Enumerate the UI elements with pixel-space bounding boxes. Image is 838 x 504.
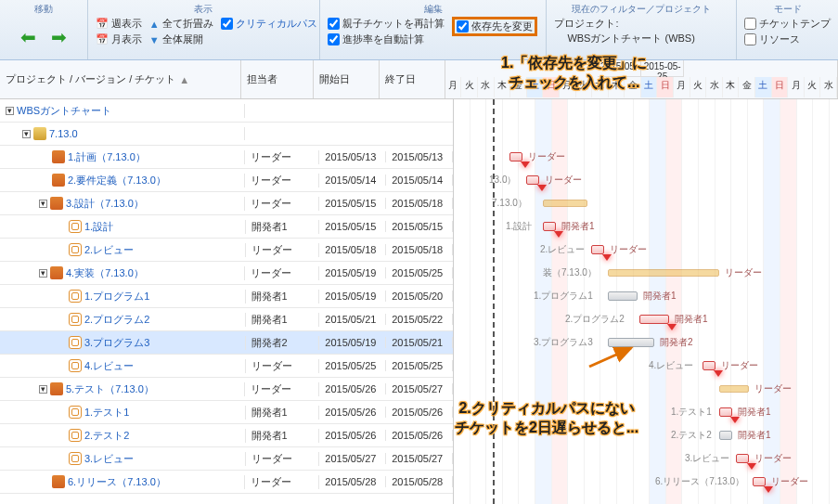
assignee-cell: 開発者1 — [246, 220, 320, 234]
day-cell: 火 — [461, 77, 478, 97]
task-link[interactable]: 1.計画（7.13.0） — [68, 150, 146, 164]
bar-label: 2.レビュー — [540, 243, 585, 256]
toggle-icon[interactable]: ▾ — [39, 269, 47, 278]
gantt-bar[interactable] — [753, 477, 766, 486]
task-link[interactable]: WBSガントチャート — [17, 104, 111, 118]
gantt-bar[interactable] — [608, 269, 719, 277]
task-icon — [69, 406, 82, 419]
table-row[interactable]: 2.テスト2開発者12015/05/262015/05/26 — [0, 424, 453, 447]
month-view-button[interactable]: 📅月表示 — [96, 32, 142, 46]
nav-next-button[interactable]: ➡ — [47, 19, 71, 56]
task-link[interactable]: 1.プログラム1 — [84, 290, 149, 304]
task-link[interactable]: 2.要件定義（7.13.0） — [68, 174, 166, 187]
group-edit-title: 編集 — [328, 2, 539, 17]
resource-checkbox[interactable]: リソース — [744, 32, 831, 46]
gantt-bar[interactable] — [719, 385, 749, 393]
gantt-area[interactable]: リーダー13.0）リーダー7.13.0）1.設計開発者12.レビューリーダー装（… — [454, 99, 838, 504]
task-icon — [69, 336, 82, 349]
task-link[interactable]: 3.レビュー — [84, 452, 134, 466]
assignee-cell: 開発者1 — [246, 290, 320, 304]
change-deps-checkbox[interactable]: 依存先を変更 — [457, 19, 533, 33]
task-link[interactable]: 6.リリース（7.13.0） — [68, 475, 166, 489]
table-row[interactable]: 4.レビューリーダー2015/05/252015/05/25 — [0, 355, 453, 378]
table-row[interactable]: 3.プログラム3開発者22015/05/192015/05/21 — [0, 331, 453, 355]
gantt-bar[interactable] — [608, 291, 638, 301]
bar-assignee-label: 開発者2 — [660, 336, 693, 349]
flag-b-icon — [50, 197, 63, 210]
task-link[interactable]: 3.設計（7.13.0） — [66, 197, 144, 211]
gantt-bar[interactable] — [543, 222, 556, 231]
day-cell: 金 — [510, 77, 527, 97]
assignee-cell: リーダー — [245, 382, 319, 396]
table-row[interactable]: 1.テスト1開発者12015/05/262015/05/26 — [0, 401, 453, 424]
task-link[interactable]: 1.テスト1 — [84, 406, 129, 420]
gantt-bar[interactable] — [543, 200, 587, 207]
toggle-icon[interactable]: ▾ — [6, 107, 14, 115]
table-row[interactable]: 1.設計開発者12015/05/152015/05/15 — [0, 215, 453, 239]
table-row[interactable]: ▾3.設計（7.13.0）リーダー2015/05/152015/05/18 — [0, 192, 453, 215]
ticket-template-checkbox[interactable]: チケットテンプ — [744, 17, 831, 31]
col-tree-header[interactable]: プロジェクト / バージョン / チケット▲ — [0, 60, 241, 98]
table-row[interactable]: 6.リリース（7.13.0）リーダー2015/05/282015/05/28 — [0, 471, 453, 494]
toggle-icon[interactable]: ▾ — [22, 130, 31, 138]
task-link[interactable]: 2.テスト2 — [84, 429, 129, 443]
gantt-bar[interactable] — [719, 407, 732, 417]
bar-label: 1.プログラム1 — [534, 290, 593, 303]
critical-path-checkbox[interactable]: クリティカルパス — [221, 17, 317, 31]
gantt-bar[interactable] — [736, 454, 749, 463]
task-link[interactable]: 2.レビュー — [84, 243, 134, 257]
start-date-cell: 2015/05/26 — [319, 430, 386, 441]
table-row[interactable]: 2.要件定義（7.13.0）リーダー2015/05/142015/05/14 — [0, 169, 453, 192]
day-cell: 月 — [445, 77, 462, 97]
gantt-bar[interactable] — [509, 152, 522, 162]
auto-progress-checkbox[interactable]: 進捗率を自動計算 — [328, 32, 445, 46]
gantt-bar[interactable] — [719, 431, 732, 440]
toggle-icon[interactable]: ▾ — [39, 200, 47, 208]
table-row[interactable]: ▾5.テスト（7.13.0）リーダー2015/05/262015/05/27 — [0, 378, 453, 401]
col-end-header[interactable]: 終了日 — [380, 60, 445, 98]
task-link[interactable]: 5.テスト（7.13.0） — [66, 382, 154, 396]
gantt-bar[interactable] — [639, 315, 669, 324]
nav-prev-button[interactable]: ⬅ — [17, 19, 40, 56]
table-row[interactable]: 1.プログラム1開発者12015/05/192015/05/20 — [0, 285, 453, 308]
bar-label: 4.レビュー — [649, 359, 693, 372]
bar-assignee-label: 開発者1 — [561, 220, 595, 233]
task-link[interactable]: 3.プログラム3 — [84, 336, 149, 350]
task-link[interactable]: 4.実装（7.13.0） — [66, 266, 144, 280]
col-assignee-header[interactable]: 担当者 — [241, 60, 315, 98]
col-start-header[interactable]: 開始日 — [314, 60, 380, 98]
gantt-bar[interactable] — [526, 175, 539, 185]
gantt-bar[interactable] — [608, 338, 654, 347]
table-row[interactable]: 3.レビューリーダー2015/05/272015/05/27 — [0, 447, 453, 471]
task-icon — [69, 243, 82, 256]
task-link[interactable]: 2.プログラム2 — [84, 313, 149, 327]
task-link[interactable]: 1.設計 — [84, 220, 113, 234]
table-row[interactable]: ▾WBSガントチャート — [0, 99, 453, 123]
project-label: プロジェクト: — [554, 17, 618, 31]
day-cell: 月 — [560, 77, 576, 97]
toggle-icon[interactable]: ▾ — [39, 385, 47, 394]
start-date-cell: 2015/05/15 — [319, 198, 386, 209]
task-link[interactable]: 4.レビュー — [84, 359, 134, 373]
bar-assignee-label: 開発者1 — [675, 313, 708, 326]
day-cell: 木 — [723, 77, 740, 97]
table-row[interactable]: ▾7.13.0 — [0, 123, 453, 146]
table-row[interactable]: 1.計画（7.13.0）リーダー2015/05/132015/05/13 — [0, 146, 453, 169]
end-date-cell: 2015/05/14 — [386, 174, 453, 186]
dependency-arrow-icon — [602, 254, 612, 261]
collapse-all-button[interactable]: ▲全て折畳み — [149, 17, 213, 31]
dependency-arrow-icon — [521, 162, 530, 168]
end-date-cell: 2015/05/22 — [386, 314, 453, 325]
table-row[interactable]: 2.プログラム2開発者12015/05/212015/05/22 — [0, 308, 453, 331]
calendar-icon: 📅 — [96, 18, 109, 30]
gantt-bar[interactable] — [703, 361, 716, 370]
week-cell: 2015-05-25 — [641, 60, 685, 76]
table-row[interactable]: 2.レビューリーダー2015/05/182015/05/18 — [0, 239, 453, 262]
week-view-button[interactable]: 📅週表示 — [96, 17, 142, 31]
task-link[interactable]: 7.13.0 — [49, 128, 78, 139]
table-row[interactable]: ▾4.実装（7.13.0）リーダー2015/05/192015/05/25 — [0, 262, 453, 285]
gantt-bar[interactable] — [591, 245, 604, 254]
recalc-parent-checkbox[interactable]: 親子チケットを再計算 — [328, 17, 445, 31]
expand-all-button[interactable]: ▼全体展開 — [149, 32, 213, 46]
day-cell: 火 — [576, 77, 593, 97]
